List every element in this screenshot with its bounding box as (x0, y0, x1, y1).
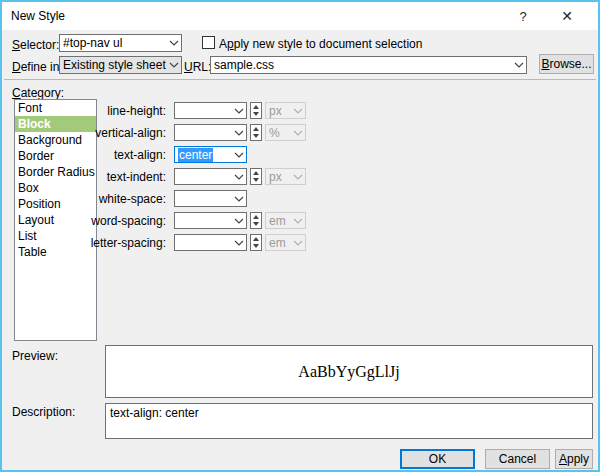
separator-line (4, 79, 596, 80)
selector-label: Selector: (12, 38, 59, 52)
letter-spacing-spin-up-icon[interactable] (251, 235, 261, 243)
word-spacing-spinner (250, 212, 262, 229)
chevron-down-icon (291, 218, 305, 224)
line-height-spin-down-icon[interactable] (251, 111, 261, 119)
field-row-text-indent: text-indent:px (2, 168, 432, 185)
preview-sample-text: AaBbYyGgLlJj (298, 363, 399, 381)
chevron-down-icon (291, 108, 305, 114)
line-height-spinner (250, 102, 262, 119)
description-text: text-align: center (110, 406, 199, 420)
url-value: sample.css (214, 58, 274, 72)
line-height-label: line-height: (2, 104, 170, 118)
vertical-align-spin-down-icon[interactable] (251, 133, 261, 141)
chevron-down-icon (291, 240, 305, 246)
chevron-down-icon (512, 62, 526, 68)
define-in-value: Existing style sheet (63, 58, 166, 72)
vertical-align-unit-combobox: % (265, 124, 306, 141)
vertical-align-spinner (250, 124, 262, 141)
line-height-unit-value: px (269, 104, 282, 118)
text-indent-combobox[interactable] (174, 168, 247, 185)
vertical-align-label: vertical-align: (2, 126, 170, 140)
close-button[interactable]: ✕ (550, 2, 584, 30)
description-box: text-align: center (105, 403, 593, 439)
vertical-align-combobox[interactable] (174, 124, 247, 141)
field-row-word-spacing: word-spacing:em (2, 212, 432, 229)
line-height-spin-up-icon[interactable] (251, 103, 261, 111)
apply-to-selection-label[interactable]: Apply new style to document selection (219, 37, 422, 51)
chevron-down-icon (232, 240, 246, 246)
letter-spacing-unit-combobox: em (265, 234, 306, 251)
title-bar[interactable]: New Style ? ✕ (2, 2, 598, 30)
chevron-down-icon (232, 174, 246, 180)
selector-value: #top-nav ul (63, 36, 122, 50)
word-spacing-unit-combobox: em (265, 212, 306, 229)
text-indent-spin-down-icon[interactable] (251, 177, 261, 185)
apply-button[interactable]: Apply (555, 449, 593, 469)
field-row-letter-spacing: letter-spacing:em (2, 234, 432, 251)
preview-label: Preview: (12, 349, 58, 363)
word-spacing-spin-up-icon[interactable] (251, 213, 261, 221)
selector-combobox[interactable]: #top-nav ul (59, 34, 182, 52)
chevron-down-icon (291, 130, 305, 136)
letter-spacing-combobox[interactable] (174, 234, 247, 251)
fields-panel: line-height:pxvertical-align:%text-align… (2, 102, 432, 256)
text-indent-unit-combobox: px (265, 168, 306, 185)
word-spacing-combobox[interactable] (174, 212, 247, 229)
field-row-line-height: line-height:px (2, 102, 432, 119)
browse-button[interactable]: Browse... (539, 54, 594, 74)
preview-box: AaBbYyGgLlJj (105, 345, 593, 398)
letter-spacing-label: letter-spacing: (2, 236, 170, 250)
dialog-title: New Style (11, 9, 65, 23)
white-space-combobox[interactable] (174, 190, 247, 207)
text-indent-spin-up-icon[interactable] (251, 169, 261, 177)
apply-to-selection-checkbox[interactable] (202, 36, 215, 49)
cancel-button[interactable]: Cancel (485, 449, 550, 469)
line-height-unit-combobox: px (265, 102, 306, 119)
help-button[interactable]: ? (506, 2, 540, 30)
text-align-label: text-align: (2, 148, 170, 162)
help-icon: ? (519, 9, 526, 24)
chevron-down-icon (167, 62, 181, 68)
url-label: URL: (184, 60, 211, 74)
chevron-down-icon (232, 196, 246, 202)
chevron-down-icon (232, 130, 246, 136)
field-row-vertical-align: vertical-align:% (2, 124, 432, 141)
word-spacing-spin-down-icon[interactable] (251, 221, 261, 229)
text-indent-unit-value: px (269, 170, 282, 184)
text-indent-spinner (250, 168, 262, 185)
line-height-combobox[interactable] (174, 102, 247, 119)
text-align-value: center (178, 148, 213, 162)
ok-button[interactable]: OK (400, 449, 475, 469)
url-combobox[interactable]: sample.css (210, 56, 527, 74)
vertical-align-unit-value: % (269, 126, 280, 140)
word-spacing-unit-value: em (269, 214, 286, 228)
letter-spacing-unit-value: em (269, 236, 286, 250)
field-row-text-align: text-align:center (2, 146, 432, 163)
text-indent-label: text-indent: (2, 170, 170, 184)
chevron-down-icon (232, 108, 246, 114)
chevron-down-icon (167, 40, 181, 46)
word-spacing-label: word-spacing: (2, 214, 170, 228)
define-in-label: Define in: (12, 60, 63, 74)
vertical-align-spin-up-icon[interactable] (251, 125, 261, 133)
chevron-down-icon (232, 218, 246, 224)
letter-spacing-spin-down-icon[interactable] (251, 243, 261, 251)
chevron-down-icon (232, 152, 246, 158)
category-label: Category: (12, 86, 64, 100)
close-icon: ✕ (561, 8, 573, 24)
text-align-combobox[interactable]: center (174, 146, 247, 163)
field-row-white-space: white-space: (2, 190, 432, 207)
description-label: Description: (12, 405, 75, 419)
new-style-dialog: New Style ? ✕ Selector: #top-nav ul Appl… (0, 0, 600, 472)
chevron-down-icon (291, 174, 305, 180)
letter-spacing-spinner (250, 234, 262, 251)
white-space-label: white-space: (2, 192, 170, 206)
define-in-combobox[interactable]: Existing style sheet (59, 56, 182, 74)
